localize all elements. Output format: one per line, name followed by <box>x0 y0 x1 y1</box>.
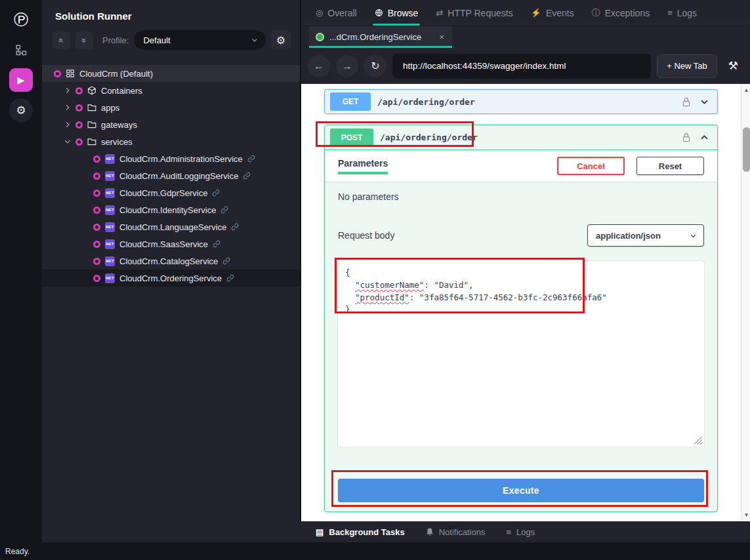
dotnet-icon: NET <box>105 154 115 164</box>
settings-button[interactable]: ⚙ <box>9 98 33 122</box>
tree-item-label: CloudCrm.AdministrationService <box>119 154 243 164</box>
profile-value: Default <box>143 35 170 45</box>
tree-item-catalogservice[interactable]: NET CloudCrm.CatalogService <box>42 252 300 270</box>
request-body-editor-wrap: { "customerName": "David", "productId": … <box>338 261 704 447</box>
link-icon[interactable] <box>247 155 255 163</box>
dotnet-icon: NET <box>105 205 115 215</box>
address-bar[interactable] <box>392 54 651 79</box>
link-icon[interactable] <box>222 257 230 265</box>
dotnet-icon: NET <box>105 273 115 283</box>
link-icon[interactable] <box>220 206 228 214</box>
tree-item-auditloggingservice[interactable]: NET CloudCrm.AuditLoggingService <box>42 167 300 184</box>
scroll-down-icon[interactable]: ▼ <box>741 512 750 518</box>
list-lines-icon: ≡ <box>506 527 511 537</box>
content-type-select[interactable]: application/json <box>587 224 704 247</box>
tab-exceptions[interactable]: ⓘ Exceptions <box>592 0 650 26</box>
reset-button[interactable]: Reset <box>636 157 704 175</box>
lock-icon[interactable] <box>682 97 690 107</box>
tab-overall[interactable]: ◎ Overall <box>316 0 357 26</box>
browser-tab-orderingservice[interactable]: ...dCrm.OrderingService × <box>309 26 452 48</box>
tree-item-gateways[interactable]: gateways <box>42 116 300 133</box>
browser-tab-strip: ...dCrm.OrderingService × <box>301 26 750 48</box>
tree-item-administrationservice[interactable]: NET CloudCrm.AdministrationService <box>42 150 300 167</box>
tab-logs[interactable]: ≡ Logs <box>667 0 697 26</box>
new-tab-button[interactable]: + New Tab <box>657 54 717 78</box>
chevron-up-icon[interactable] <box>699 132 709 142</box>
profile-settings-button[interactable]: ⚙ <box>271 30 291 50</box>
link-icon[interactable] <box>226 274 234 282</box>
opblock-post-header[interactable]: POST /api/ordering/order <box>325 125 717 150</box>
chevron-down-icon[interactable] <box>699 97 709 107</box>
tab-events[interactable]: ⚡ Events <box>531 0 574 26</box>
scrollbar-thumb[interactable] <box>743 127 750 172</box>
tree-item-label: CloudCrm.CatalogService <box>119 256 218 266</box>
tab-label: Logs <box>677 8 697 18</box>
tab-http-requests[interactable]: ⇄ HTTP Requests <box>436 0 512 26</box>
refresh-button[interactable]: ↻ <box>364 55 386 77</box>
link-icon[interactable] <box>213 240 220 248</box>
tools-icon[interactable]: ⚒ <box>728 59 738 73</box>
tab-label: Exceptions <box>605 8 650 18</box>
background-tasks-label: Background Tasks <box>329 527 404 537</box>
tab-browse[interactable]: Browse <box>375 0 419 26</box>
scroll-up-icon[interactable]: ▲ <box>741 87 750 93</box>
status-dot-icon <box>93 190 100 197</box>
close-tab-icon[interactable]: × <box>438 32 446 42</box>
tree-item-containers[interactable]: Containers <box>42 82 300 99</box>
run-button[interactable]: ▶ <box>9 68 33 92</box>
json-value: : "3fa85f64-5717-4562-b3fc-2c963f66afa6" <box>409 292 607 302</box>
tree-item-gdprservice[interactable]: NET CloudCrm.GdprService <box>42 184 300 201</box>
get-endpoint-path: /api/ordering/order <box>377 97 475 107</box>
parameters-header: Parameters Cancel Reset <box>325 150 717 182</box>
status-dot-icon <box>93 275 100 282</box>
refresh-icon: ↻ <box>371 60 379 72</box>
tree-item-saasservice[interactable]: NET CloudCrm.SaasService <box>42 235 300 252</box>
link-icon[interactable] <box>243 172 251 180</box>
bell-icon <box>426 528 434 536</box>
link-icon[interactable] <box>231 223 239 231</box>
expand-all-button[interactable]: » <box>75 31 93 49</box>
cancel-button[interactable]: Cancel <box>557 157 625 175</box>
tree-item-cloudcrm-root[interactable]: CloudCrm (Default) <box>42 65 300 82</box>
tree-item-label: CloudCrm.LanguageService <box>119 222 226 232</box>
opblock-get-order[interactable]: GET /api/ordering/order <box>324 89 718 114</box>
profile-select[interactable]: Default <box>134 30 266 50</box>
tab-label: HTTP Requests <box>448 8 512 18</box>
parameters-title: Parameters <box>338 158 388 174</box>
folder-icon <box>87 104 96 111</box>
status-bar: Ready. <box>0 542 750 560</box>
tree-item-orderingservice[interactable]: NET CloudCrm.OrderingService <box>42 270 300 287</box>
request-body-editor[interactable]: { "customerName": "David", "productId": … <box>338 261 704 447</box>
chevron-right-icon <box>64 87 71 94</box>
solution-tree-button[interactable] <box>9 38 33 62</box>
status-dot-icon <box>93 172 100 180</box>
json-line: } <box>345 304 697 316</box>
back-button[interactable]: ← <box>308 55 330 77</box>
tree-item-services[interactable]: services <box>42 133 300 150</box>
link-icon[interactable] <box>212 189 220 197</box>
logs-button[interactable]: ≡ Logs <box>506 527 535 537</box>
execute-button[interactable]: Execute <box>338 479 704 502</box>
status-dot-icon <box>93 224 100 231</box>
lock-icon[interactable] <box>682 132 690 142</box>
arrows-swap-icon: ⇄ <box>436 8 443 18</box>
collapse-all-button[interactable]: « <box>52 31 70 49</box>
browser-toolbar: ← → ↻ + New Tab ⚒ <box>301 48 750 84</box>
post-method-badge: POST <box>330 129 373 147</box>
tree-item-label: apps <box>101 103 119 113</box>
tree-item-label: CloudCrm (Default) <box>79 69 153 79</box>
status-dot-icon <box>93 241 100 248</box>
background-tasks-button[interactable]: ▤ Background Tasks <box>316 527 405 537</box>
logs-label: Logs <box>516 527 535 537</box>
tree-item-apps[interactable]: apps <box>42 99 300 116</box>
tree-item-identityservice[interactable]: NET CloudCrm.IdentityService <box>42 201 300 218</box>
notifications-button[interactable]: Notifications <box>426 527 486 537</box>
swagger-content: GET /api/ordering/order POST /api/orderi… <box>301 84 741 521</box>
tree-item-label: CloudCrm.GdprService <box>119 188 207 198</box>
forward-button[interactable]: → <box>336 55 358 77</box>
tree-item-label: Containers <box>101 86 142 96</box>
tree-item-languageservice[interactable]: NET CloudCrm.LanguageService <box>42 218 300 235</box>
content-scrollbar[interactable]: ▲ ▼ <box>741 84 750 521</box>
chevron-down-icon <box>64 138 71 145</box>
execute-wrap: Execute <box>325 447 717 511</box>
